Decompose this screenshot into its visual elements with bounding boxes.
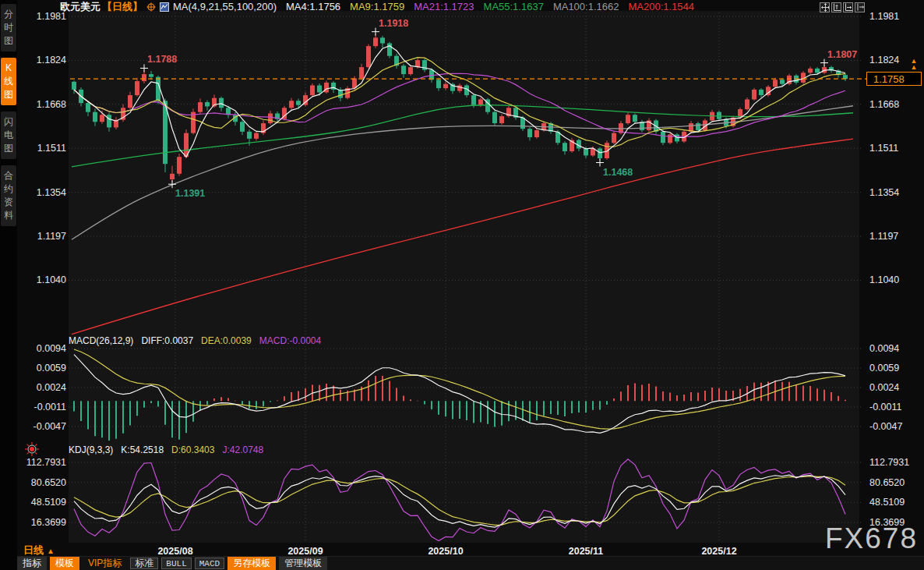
sidebar-tab-char: 线	[1, 75, 16, 88]
candle-body	[633, 115, 637, 122]
plot-background	[69, 11, 859, 543]
sidebar-tab-char: 分	[1, 8, 16, 21]
indicator-value-label: MACD:-0.0004	[259, 335, 321, 346]
ma-values-group: MA4:1.1756MA9:1.1759MA21:1.1723MA55:1.16…	[277, 1, 694, 12]
candle-body	[86, 103, 90, 112]
x-axis-date-label: 2025/08	[157, 546, 192, 557]
y-axis-label-left: 1.1197	[37, 231, 66, 242]
candle-body	[752, 90, 756, 100]
candle-body	[296, 101, 301, 104]
candle-body	[373, 37, 378, 46]
y-axis-label-right: 1.1668	[869, 99, 899, 110]
x-axis-date-label: 2025/11	[569, 546, 604, 557]
ma-value-label: MA21:1.1723	[414, 1, 474, 12]
y-axis-label-left: 1.1668	[37, 99, 66, 110]
macd-axis-label-left: 0.0024	[37, 382, 66, 393]
chart-type-sidebar: 分时图K线图闪电图合约资料	[0, 0, 17, 570]
bottom-tab-5[interactable]: BULL	[161, 558, 191, 569]
sidebar-tab-char: 时	[1, 21, 16, 34]
candle-body	[247, 132, 252, 139]
candle-body	[584, 148, 588, 155]
sidebar-tab-char: 料	[1, 209, 16, 222]
candle-body	[436, 80, 441, 88]
y-axis-label-right: 1.1981	[869, 11, 899, 22]
chart-canvas[interactable]: 1.17881.19181.13911.14681.18071.19811.19…	[0, 0, 924, 570]
sidebar-tab-4[interactable]: 合约资料	[1, 165, 16, 226]
indicator-value-label: DIFF:0.0037	[141, 335, 193, 346]
indicator-value-label: D:60.3403	[171, 444, 214, 455]
extreme-price-label: 1.1918	[379, 18, 408, 29]
sidebar-tab-char: 资	[1, 196, 16, 209]
candle-body	[471, 95, 476, 105]
symbol-title: 欧元美元	[60, 0, 101, 14]
ma-value-label: MA55:1.1637	[484, 1, 544, 12]
sidebar-tab-3[interactable]: 闪电图	[1, 112, 16, 159]
y-axis-label-left: 1.1040	[37, 274, 66, 285]
bottom-tab-1[interactable]: 指标	[17, 557, 47, 570]
candle-body	[268, 113, 273, 123]
kdj-axis-label-right: 48.5109	[869, 497, 905, 508]
candle-body	[605, 143, 609, 158]
x-axis-date-label: 2025/09	[287, 546, 323, 557]
macd-axis-label-right: 0.0024	[869, 382, 899, 393]
sidebar-tab-char: 约	[1, 182, 16, 196]
scale-horizontal-icon-glyph	[844, 2, 852, 12]
macd-axis-label-right: -0.0011	[869, 402, 902, 412]
candle-body	[135, 81, 139, 95]
candle-body	[815, 69, 820, 73]
scale-vertical-icon[interactable]	[831, 2, 841, 12]
bottom-tab-3[interactable]: VIP指标	[83, 557, 127, 570]
kdj-axis-label-left: 112.7931	[26, 457, 66, 468]
candle-body	[808, 69, 813, 73]
y-axis-label-right: 1.1197	[869, 231, 898, 242]
pan-crosshair-icon-glyph	[820, 2, 829, 12]
indicator-value-label: KDJ(9,3,3)	[69, 444, 113, 455]
target-icon[interactable]	[146, 2, 156, 12]
trading-app-window: 1.17881.19181.13911.14681.18071.19811.19…	[0, 0, 924, 570]
chart-style-icon[interactable]	[160, 2, 169, 12]
sidebar-tab-char: 图	[1, 142, 16, 155]
scale-horizontal-icon[interactable]	[843, 2, 853, 12]
extreme-price-label: 1.1468	[603, 167, 633, 178]
sidebar-tab-char: 电	[1, 129, 16, 142]
bottom-tab-7[interactable]: 另存模板	[227, 557, 276, 570]
macd-axis-label-right: -0.0047	[869, 421, 902, 432]
candle-body	[745, 99, 749, 109]
candle-body	[142, 74, 146, 81]
macd-axis-label-left: -0.0011	[34, 402, 67, 412]
bottom-tab-4[interactable]: 标准	[130, 558, 158, 569]
candle-body	[598, 148, 602, 158]
candle-body	[759, 90, 764, 95]
candle-body	[219, 98, 224, 108]
candle-body	[198, 102, 203, 112]
candle-body	[170, 174, 175, 179]
macd-axis-label-right: 0.0094	[869, 343, 899, 354]
pop-out-icon[interactable]	[855, 2, 865, 12]
bottom-tab-2[interactable]: 模板	[50, 557, 79, 570]
y-axis-label-right: 1.1040	[869, 274, 899, 285]
chart-header: 欧元美元 【日线】 MA(4,9,21,55,100,200) MA4:1.17…	[60, 0, 694, 13]
sidebar-tab-2[interactable]: K线图	[1, 58, 16, 105]
candle-body	[780, 80, 785, 83]
y-axis-label-right: 1.1824	[869, 55, 899, 65]
bottom-tab-8[interactable]: 管理模板	[279, 557, 327, 570]
extreme-price-label: 1.1807	[827, 49, 857, 60]
sidebar-tab-1[interactable]: 分时图	[1, 4, 16, 51]
candle-body	[668, 134, 672, 143]
candle-body	[612, 133, 616, 143]
pan-crosshair-icon[interactable]	[820, 2, 830, 12]
sidebar-tab-char: 图	[1, 88, 16, 101]
candle-body	[499, 116, 504, 123]
candle-body	[843, 75, 848, 79]
candle-body	[366, 46, 371, 67]
sidebar-tab-char: 合	[1, 169, 16, 182]
indicator-value-label: K:54.2518	[121, 444, 164, 455]
bottom-tab-6[interactable]: MACD	[195, 558, 224, 569]
candle-body	[100, 115, 104, 122]
candle-body	[380, 37, 385, 43]
ma-value-label: MA100:1.1662	[553, 1, 619, 12]
candle-body	[696, 123, 700, 130]
candle-body	[401, 65, 406, 74]
period-tag[interactable]: 【日线】	[102, 0, 143, 14]
candle-body	[457, 85, 462, 90]
